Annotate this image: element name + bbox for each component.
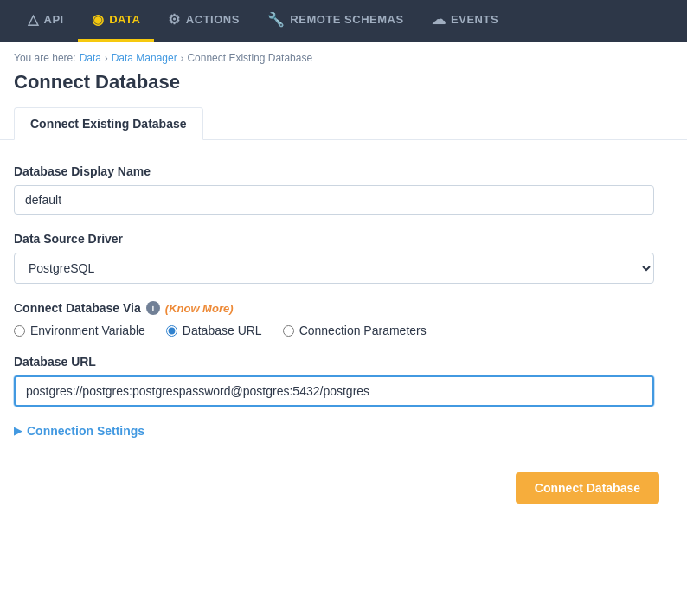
radio-db-url[interactable]: Database URL	[166, 324, 262, 337]
radio-label-connection-params: Connection Parameters	[299, 324, 427, 337]
connection-settings-toggle[interactable]: ▶ Connection Settings	[14, 424, 654, 438]
tab-bar: Connect Existing Database	[0, 107, 687, 140]
database-display-name-group: Database Display Name	[14, 164, 654, 215]
nav-item-events[interactable]: ☁ EVENTS	[418, 0, 513, 42]
nav-item-api[interactable]: △ API	[14, 0, 78, 42]
radio-input-connection-params[interactable]	[283, 325, 294, 337]
api-icon: △	[28, 11, 39, 28]
data-icon: ◉	[92, 11, 105, 28]
database-display-name-input[interactable]	[14, 185, 654, 215]
radio-env-var[interactable]: Environment Variable	[14, 324, 145, 337]
breadcrumb: You are here: Data › Data Manager › Conn…	[0, 42, 687, 67]
top-navigation: △ API ◉ DATA ⚙ ACTIONS 🔧 REMOTE SCHEMAS …	[0, 0, 687, 42]
connect-via-radio-group: Environment Variable Database URL Connec…	[14, 324, 654, 337]
actions-icon: ⚙	[168, 11, 181, 28]
know-more-link[interactable]: (Know More)	[165, 302, 234, 315]
data-source-driver-label: Data Source Driver	[14, 232, 654, 246]
radio-input-db-url[interactable]	[166, 325, 177, 337]
connect-via-group: Connect Database Via i (Know More) Envir…	[14, 301, 654, 337]
database-url-input[interactable]	[14, 375, 654, 407]
radio-label-db-url: Database URL	[183, 324, 262, 337]
chevron-right-icon: ▶	[14, 425, 22, 437]
data-source-driver-group: Data Source Driver PostgreSQL MySQL SQLi…	[14, 232, 654, 284]
radio-connection-params[interactable]: Connection Parameters	[283, 324, 427, 337]
connect-via-label: Connect Database Via	[14, 301, 141, 315]
radio-input-env-var[interactable]	[14, 325, 25, 337]
data-source-driver-select[interactable]: PostgreSQL MySQL SQLite BigQuery MSSQL	[14, 253, 654, 284]
connect-via-label-row: Connect Database Via i (Know More)	[14, 301, 654, 315]
database-url-group: Database URL	[14, 355, 654, 407]
remote-schemas-icon: 🔧	[267, 11, 286, 28]
nav-item-remote-schemas[interactable]: 🔧 REMOTE SCHEMAS	[254, 0, 418, 42]
breadcrumb-link-data-manager[interactable]: Data Manager	[112, 52, 177, 64]
page-title: Connect Database	[0, 67, 687, 107]
nav-item-actions[interactable]: ⚙ ACTIONS	[154, 0, 254, 42]
radio-label-env-var: Environment Variable	[30, 324, 145, 337]
main-content: Database Display Name Data Source Driver…	[0, 140, 687, 528]
connection-settings-label: Connection Settings	[27, 424, 144, 438]
events-icon: ☁	[432, 11, 446, 28]
connect-database-button[interactable]: Connect Database	[516, 472, 659, 504]
info-icon[interactable]: i	[146, 301, 160, 315]
database-display-name-label: Database Display Name	[14, 164, 654, 178]
breadcrumb-link-data[interactable]: Data	[80, 52, 101, 64]
tab-connect-existing[interactable]: Connect Existing Database	[14, 107, 203, 140]
database-url-label: Database URL	[14, 355, 654, 369]
nav-item-data[interactable]: ◉ DATA	[78, 0, 155, 42]
connect-db-form: Database Display Name Data Source Driver…	[14, 164, 654, 438]
breadcrumb-current: Connect Existing Database	[187, 52, 312, 64]
